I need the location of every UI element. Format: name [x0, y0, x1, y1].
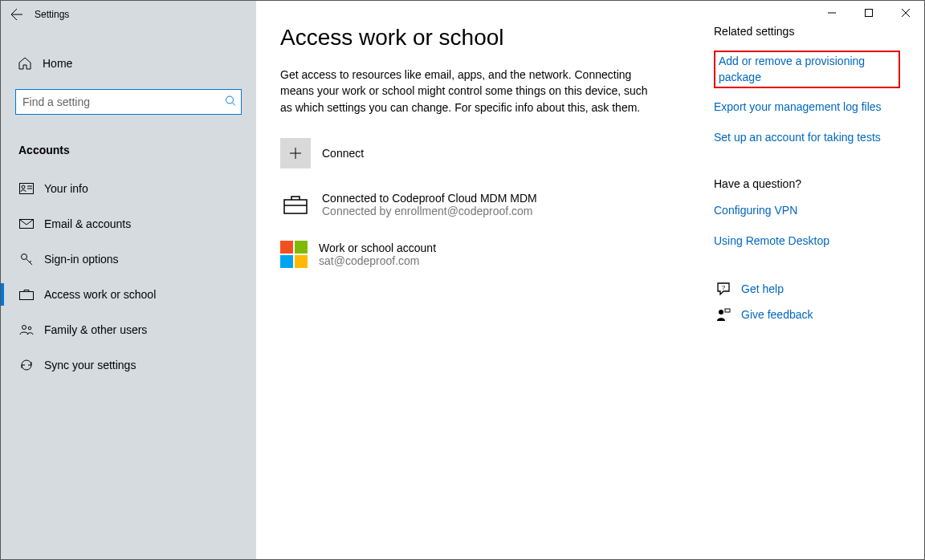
microsoft-logo-icon: [280, 241, 308, 268]
work-account-subtitle: sat@codeproof.com: [319, 254, 436, 267]
link-provisioning-package[interactable]: Add or remove a provisioning package: [714, 51, 900, 88]
svg-line-1: [233, 103, 236, 106]
window-title: Settings: [35, 9, 69, 20]
sidebar: Settings Home Accounts Your info: [1, 1, 256, 559]
sidebar-item-label: Email & accounts: [44, 217, 131, 230]
sync-icon: [18, 358, 35, 372]
svg-point-22: [719, 310, 723, 314]
briefcase-icon: [18, 289, 35, 300]
related-settings-heading: Related settings: [714, 25, 900, 38]
svg-point-3: [22, 185, 25, 189]
connect-label: Connect: [322, 147, 364, 160]
sidebar-item-sync[interactable]: Sync your settings: [1, 347, 256, 383]
svg-line-8: [26, 259, 33, 266]
svg-rect-19: [284, 200, 307, 213]
work-account-title: Work or school account: [319, 241, 436, 254]
mdm-account-item[interactable]: Connected to Codeproof Cloud MDM MDM Con…: [280, 189, 695, 220]
sidebar-item-signin[interactable]: Sign-in options: [1, 241, 256, 277]
link-test-account[interactable]: Set up an account for taking tests: [714, 130, 900, 146]
svg-text:?: ?: [722, 283, 726, 290]
main-panel: Access work or school Get access to reso…: [256, 1, 924, 559]
sidebar-section-title: Accounts: [18, 144, 256, 156]
svg-rect-23: [725, 309, 730, 312]
sidebar-item-label: Your info: [44, 182, 88, 195]
home-nav[interactable]: Home: [1, 47, 256, 79]
svg-rect-10: [20, 292, 34, 300]
minimize-button[interactable]: [813, 1, 850, 25]
svg-point-11: [22, 326, 26, 330]
sidebar-item-label: Sign-in options: [44, 253, 119, 266]
work-account-item[interactable]: Work or school account sat@codeproof.com: [280, 241, 695, 268]
page-title: Access work or school: [280, 25, 695, 51]
sidebar-item-email[interactable]: Email & accounts: [1, 206, 256, 241]
link-export-logs[interactable]: Export your management log files: [714, 99, 900, 116]
link-remote-desktop[interactable]: Using Remote Desktop: [714, 233, 900, 250]
mdm-subtitle: Connected by enrollment@codeproof.com: [322, 205, 537, 217]
svg-point-12: [28, 327, 31, 330]
give-feedback-link[interactable]: Give feedback: [714, 307, 900, 322]
svg-rect-14: [866, 10, 873, 17]
search-box[interactable]: [15, 89, 242, 115]
home-label: Home: [43, 57, 72, 70]
svg-line-9: [30, 261, 31, 262]
mail-icon: [18, 219, 35, 229]
svg-point-7: [22, 254, 27, 260]
home-icon: [17, 56, 33, 71]
sidebar-item-label: Family & other users: [44, 323, 147, 336]
help-chat-icon: ?: [714, 282, 733, 296]
get-help-label: Get help: [741, 282, 784, 295]
get-help-link[interactable]: ? Get help: [714, 282, 900, 296]
connect-button[interactable]: Connect: [280, 138, 695, 168]
plus-tile: [280, 138, 311, 168]
sidebar-item-access-work[interactable]: Access work or school: [1, 277, 256, 312]
back-button[interactable]: [1, 1, 33, 28]
sidebar-item-label: Sync your settings: [44, 359, 136, 371]
svg-point-0: [226, 96, 234, 103]
people-icon: [18, 324, 35, 335]
link-configuring-vpn[interactable]: Configuring VPN: [714, 203, 900, 219]
mdm-title: Connected to Codeproof Cloud MDM MDM: [322, 192, 537, 205]
search-input[interactable]: [16, 90, 241, 114]
sidebar-item-your-info[interactable]: Your info: [1, 171, 256, 206]
sidebar-item-family[interactable]: Family & other users: [1, 312, 256, 347]
person-card-icon: [18, 183, 35, 194]
feedback-person-icon: [714, 307, 733, 322]
briefcase-icon: [280, 189, 311, 220]
have-question-heading: Have a question?: [714, 177, 900, 190]
close-icon: [902, 9, 910, 17]
maximize-icon: [865, 9, 873, 17]
sidebar-item-label: Access work or school: [44, 288, 156, 301]
maximize-button[interactable]: [850, 1, 887, 25]
search-icon: [225, 95, 236, 109]
close-button[interactable]: [887, 1, 924, 25]
plus-icon: [289, 147, 302, 160]
give-feedback-label: Give feedback: [741, 308, 813, 321]
page-description: Get access to resources like email, apps…: [280, 67, 650, 116]
key-icon: [18, 252, 35, 266]
back-arrow-icon: [10, 8, 23, 21]
minimize-icon: [828, 9, 836, 17]
